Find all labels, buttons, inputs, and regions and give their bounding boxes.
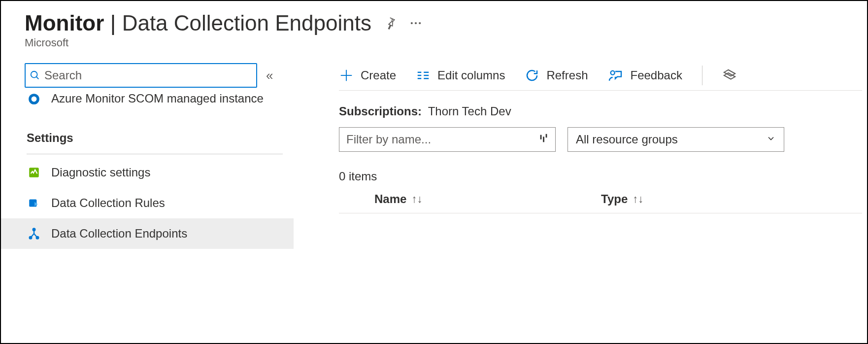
main-content: Create Edit columns Refresh (317, 63, 867, 331)
sidebar-search-box[interactable] (25, 63, 257, 88)
collapse-sidebar-icon[interactable]: « (266, 68, 273, 83)
column-header-name[interactable]: Name ↑↓ (374, 192, 571, 206)
title-strong: Monitor (25, 11, 104, 35)
data-collection-endpoints-icon (27, 226, 41, 241)
refresh-icon (525, 68, 539, 83)
feedback-icon (607, 68, 623, 83)
toolbar: Create Edit columns Refresh (339, 63, 862, 91)
column-header-type-label: Type (601, 192, 628, 206)
edit-columns-label: Edit columns (437, 69, 505, 82)
title-light: Data Collection Endpoints (122, 11, 371, 35)
sidebar-item-scom[interactable]: Azure Monitor SCOM managed instance (25, 91, 317, 111)
subscriptions-label: Subscriptions: (339, 104, 422, 118)
pin-icon[interactable] (383, 16, 397, 30)
edit-columns-button[interactable]: Edit columns (416, 68, 505, 83)
svg-rect-23 (546, 134, 547, 138)
svg-point-1 (415, 22, 417, 24)
svg-point-11 (36, 237, 39, 239)
svg-point-10 (30, 237, 32, 239)
subscriptions-row: Subscriptions: Thorn Tech Dev (339, 104, 862, 118)
columns-icon (416, 68, 431, 83)
data-collection-rules-icon (27, 196, 41, 210)
create-label: Create (361, 69, 396, 82)
title-separator: | (110, 11, 116, 35)
scom-icon (27, 92, 41, 106)
resource-group-select[interactable]: All resource groups (568, 127, 784, 152)
refresh-label: Refresh (546, 69, 588, 82)
diagnostic-settings-icon (27, 165, 41, 180)
refresh-button[interactable]: Refresh (525, 68, 588, 83)
filter-bars-icon (538, 133, 549, 146)
sort-icon: ↑↓ (411, 193, 422, 206)
chevron-down-icon (766, 133, 776, 146)
svg-point-6 (32, 97, 37, 102)
sidebar-item-label: Azure Monitor SCOM managed instance (51, 91, 264, 106)
resource-group-selected: All resource groups (576, 133, 678, 146)
svg-rect-22 (543, 137, 544, 142)
item-count: 0 items (339, 170, 862, 183)
svg-point-3 (31, 71, 37, 78)
feedback-label: Feedback (630, 69, 682, 82)
sidebar-item-data-collection-rules[interactable]: Data Collection Rules (1, 188, 294, 218)
svg-point-0 (411, 22, 413, 24)
column-header-name-label: Name (374, 192, 406, 206)
sidebar-item-label: Data Collection Rules (51, 196, 165, 210)
sidebar-item-diagnostic-settings[interactable]: Diagnostic settings (1, 157, 294, 188)
column-header-type[interactable]: Type ↑↓ (601, 192, 643, 206)
sort-icon: ↑↓ (633, 193, 643, 206)
page-subtitle: Microsoft (25, 36, 867, 49)
search-icon (30, 70, 40, 81)
filter-name-box[interactable] (339, 127, 556, 152)
svg-rect-21 (540, 135, 542, 139)
sidebar: « Azure Monitor SCOM managed instance Se… (25, 63, 317, 331)
create-button[interactable]: Create (339, 68, 396, 83)
svg-line-4 (36, 77, 39, 79)
filter-name-input[interactable] (345, 132, 538, 147)
page-header: Monitor | Data Collection Endpoints Micr… (25, 11, 867, 49)
feedback-button[interactable]: Feedback (607, 68, 682, 83)
tags-button[interactable] (722, 68, 737, 83)
sidebar-item-data-collection-endpoints[interactable]: Data Collection Endpoints (1, 218, 294, 249)
table-header: Name ↑↓ Type ↑↓ (339, 192, 862, 213)
sidebar-item-label: Data Collection Endpoints (51, 227, 187, 241)
more-icon[interactable] (409, 16, 423, 30)
page-title: Monitor | Data Collection Endpoints (25, 11, 371, 35)
plus-icon (339, 68, 354, 83)
svg-point-2 (419, 22, 421, 24)
svg-point-9 (33, 229, 35, 231)
sidebar-search-input[interactable] (40, 68, 252, 83)
subscriptions-value: Thorn Tech Dev (428, 104, 511, 118)
sidebar-item-label: Diagnostic settings (51, 166, 150, 179)
svg-point-20 (611, 70, 615, 74)
sidebar-section-settings: Settings (27, 131, 283, 154)
toolbar-separator (702, 66, 702, 85)
